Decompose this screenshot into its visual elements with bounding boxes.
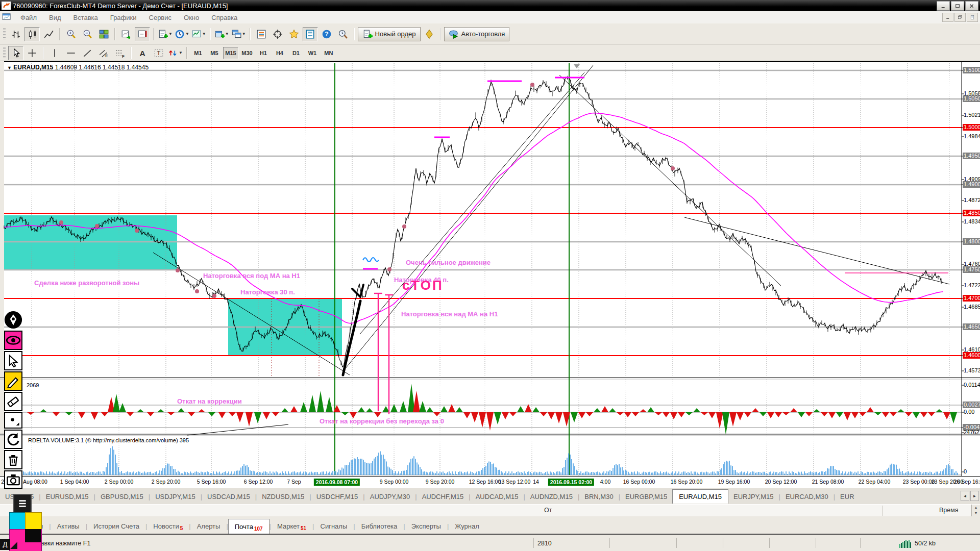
palette-cyan-swatch[interactable] [9,512,26,530]
cascade-button[interactable]: ▼ [231,27,247,41]
dropdown-arrow-icon[interactable]: ▼ [242,32,246,36]
terminal-tab-2[interactable]: История Счета [87,519,145,534]
menu-1[interactable]: Вид [43,14,67,21]
menu-5[interactable]: Окно [178,14,205,21]
templates-button[interactable]: ▼ [191,27,207,41]
line-chart-button[interactable] [41,27,56,41]
column-time[interactable]: Время [939,507,959,514]
timeframe-M5[interactable]: M5 [207,47,222,59]
column-from[interactable]: От [544,507,552,514]
cursor-button[interactable] [8,46,23,60]
symbol-tab-NZDUSD-M15[interactable]: NZDUSD,M15 [257,490,309,503]
menu-2[interactable]: Вставка [67,14,104,21]
text-label-button[interactable]: T [151,46,166,60]
data-window-button[interactable] [254,27,269,41]
auto-scroll-button[interactable] [118,27,134,41]
symbol-tab-USDCHF-M15[interactable]: USDCHF,M15 [311,490,363,503]
dropdown-arrow-icon[interactable]: ▼ [168,32,173,36]
child-minimize-button[interactable] [942,13,953,22]
symbol-scroll-left-button[interactable]: ◄ [961,491,969,501]
equidistant-channel-button[interactable]: E [96,46,111,60]
lines-panel-button[interactable] [13,494,32,513]
bar-chart-button[interactable] [8,27,23,41]
crayon-button[interactable] [422,27,437,41]
chart-shift-button[interactable] [135,27,150,41]
zoom-out-button[interactable] [80,27,95,41]
symbol-tab-EURGBP-M15[interactable]: EURGBP,M15 [620,490,672,503]
terminal-tab-9[interactable]: Эксперты [405,519,447,534]
timeframe-H4[interactable]: H4 [272,47,287,59]
vertical-line-button[interactable] [47,46,62,60]
terminal-tab-5[interactable]: Почта107 [228,519,270,534]
menu-0[interactable]: Файл [14,14,43,21]
autotrade-button[interactable]: Авто-торговля [444,27,510,41]
symbol-tab-AUDCHF-M15[interactable]: AUDCHF,M15 [417,490,469,503]
favorites-star-button[interactable] [286,27,302,41]
help-button[interactable]: ? [319,27,334,41]
horizontal-line-button[interactable] [63,46,79,60]
terminal-tab-3[interactable]: Новости5 [147,519,189,534]
undo-tool-button[interactable] [4,430,22,449]
terminal-tab-1[interactable]: Активы [51,519,86,534]
add-window-button[interactable]: ▼ [214,27,230,41]
minimize-button[interactable] [937,1,950,11]
trendline-button[interactable] [80,46,95,60]
timeframe-M1[interactable]: M1 [190,47,206,59]
symbol-tab-EURUSD-M15[interactable]: EURUSD,M15 [41,490,94,503]
chart-canvas[interactable] [0,61,980,488]
dot-tool-button[interactable] [4,412,22,429]
restore-button[interactable] [951,1,964,11]
dropdown-arrow-icon[interactable]: ▼ [202,32,206,36]
collapse-arrow-icon[interactable]: ▼ [7,65,12,70]
strategy-tester-button[interactable] [335,27,351,41]
symbol-tab-EUR[interactable]: EUR [835,490,859,503]
toolbar-grip[interactable] [3,28,6,40]
terminal-tab-4[interactable]: Алерты [191,519,227,534]
new-order-doc-button[interactable]: Новый ордер [358,27,421,41]
timeframe-MN[interactable]: MN [321,47,336,59]
pen-tool-button[interactable] [4,310,22,330]
timeframe-D1[interactable]: D1 [288,47,304,59]
eye-tool-button[interactable] [4,331,22,350]
terminal-tab-6[interactable]: Маркет51 [271,519,312,534]
arrows-button[interactable]: ▼ [167,46,183,60]
terminal-list-button[interactable] [303,27,318,41]
crosshair-target-button[interactable] [270,27,285,41]
eraser-tool-button[interactable] [4,392,22,411]
child-restore-button[interactable] [954,13,966,22]
cursor-tool-button[interactable] [4,351,22,370]
menu-6[interactable]: Справка [205,14,243,21]
dropdown-arrow-icon[interactable]: ▼ [185,32,189,36]
palette-yellow-swatch[interactable] [25,512,42,530]
timeframe-M30[interactable]: M30 [239,47,255,59]
symbol-scroll-right-button[interactable]: ► [970,491,979,501]
profiles-button[interactable]: ▼ [174,27,190,41]
symbol-tab-EURAUD-M15[interactable]: EURAUD,M15 [672,489,728,504]
symbol-tab-AUDCAD-M15[interactable]: AUDCAD,M15 [471,490,524,503]
toolbar-grip[interactable] [3,47,6,59]
dropdown-arrow-icon[interactable]: ▼ [225,32,229,36]
candlesticks-button[interactable] [24,27,40,41]
symbol-tab-USDCAD-M15[interactable]: USDCAD,M15 [202,490,255,503]
symbol-tab-AUDJPY-M30[interactable]: AUDJPY,M30 [365,490,415,503]
camera-tool-button[interactable] [4,470,22,489]
zoom-in-button[interactable] [63,27,79,41]
symbol-tab-EURCAD-M30[interactable]: EURCAD,M30 [780,490,834,503]
terminal-tab-10[interactable]: Журнал [449,519,485,534]
symbol-tab-AUDNZD-M15[interactable]: AUDNZD,M15 [525,490,578,503]
terminal-tab-8[interactable]: Библиотека [355,519,404,534]
timeframe-H1[interactable]: H1 [256,47,271,59]
crosshair-button[interactable] [24,46,40,60]
close-button[interactable] [965,1,978,11]
symbol-tab-BRN-M30[interactable]: BRN,M30 [579,490,618,503]
child-menu-button[interactable] [967,13,978,22]
panel-scrollbar[interactable]: ▲▼ [971,505,980,516]
palette-black-swatch[interactable] [25,529,41,542]
timeframe-W1[interactable]: W1 [305,47,320,59]
trash-tool-button[interactable] [4,450,22,469]
menu-3[interactable]: Графики [104,14,143,21]
terminal-tab-7[interactable]: Сигналы [314,519,354,534]
tile-windows-button[interactable] [96,27,111,41]
symbol-tab-GBPUSD-M15[interactable]: GBPUSD,M15 [95,490,149,503]
timeframe-M15[interactable]: M15 [223,47,238,59]
